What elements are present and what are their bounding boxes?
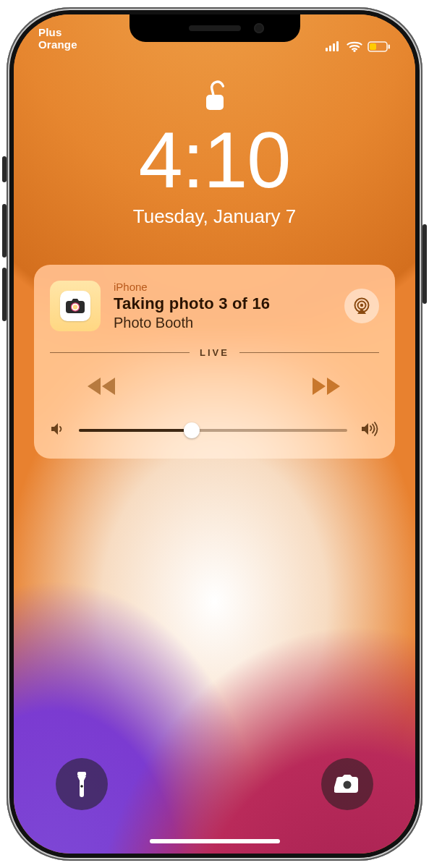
volume-row xyxy=(50,421,379,440)
volume-thumb[interactable] xyxy=(184,422,200,438)
quick-actions xyxy=(14,758,415,810)
volume-down-button[interactable] xyxy=(2,268,7,321)
rewind-button[interactable] xyxy=(82,371,124,404)
volume-fill xyxy=(79,429,192,432)
volume-high-icon xyxy=(360,421,379,440)
stop-button[interactable] xyxy=(211,383,219,392)
now-playing-device: iPhone xyxy=(114,281,331,293)
scrubber-live: LIVE xyxy=(50,347,379,358)
carrier-line-1: Plus xyxy=(38,26,77,38)
live-label: LIVE xyxy=(200,347,229,358)
svg-rect-7 xyxy=(370,43,376,50)
lock-screen-header: 4:10 Tuesday, January 7 xyxy=(14,80,415,228)
forward-button[interactable] xyxy=(305,371,347,404)
home-indicator[interactable] xyxy=(150,839,280,843)
camera-app-icon xyxy=(60,291,90,321)
svg-rect-1 xyxy=(329,46,331,51)
svg-rect-2 xyxy=(333,43,335,51)
mute-switch[interactable] xyxy=(2,156,7,182)
svg-rect-8 xyxy=(206,95,224,110)
phone-frame: Plus Orange xyxy=(7,7,422,861)
forward-icon xyxy=(343,375,344,376)
svg-point-4 xyxy=(353,50,355,52)
volume-slider[interactable] xyxy=(79,429,347,432)
svg-rect-3 xyxy=(336,41,339,51)
volume-up-button[interactable] xyxy=(2,204,7,258)
flashlight-icon xyxy=(72,770,92,798)
now-playing-title: Taking photo 3 of 16 xyxy=(114,294,331,313)
screen: Plus Orange xyxy=(14,14,415,854)
airplay-button[interactable] xyxy=(344,289,379,323)
carrier-label: Plus Orange xyxy=(38,26,77,62)
unlock-icon xyxy=(203,80,227,116)
carrier-line-2: Orange xyxy=(38,38,77,51)
svg-point-17 xyxy=(80,785,83,788)
camera-icon xyxy=(334,774,360,794)
clock-date: Tuesday, January 7 xyxy=(14,205,415,228)
now-playing-card[interactable]: iPhone Taking photo 3 of 16 Photo Booth … xyxy=(34,265,395,459)
now-playing-app: Photo Booth xyxy=(114,315,331,331)
svg-rect-16 xyxy=(77,772,86,776)
flashlight-button[interactable] xyxy=(56,758,108,810)
side-button[interactable] xyxy=(422,224,427,304)
svg-point-15 xyxy=(360,304,363,307)
rewind-icon xyxy=(119,375,120,376)
transport-controls xyxy=(50,371,379,404)
camera-button[interactable] xyxy=(321,758,373,810)
svg-point-12 xyxy=(73,305,77,309)
volume-low-icon xyxy=(50,422,66,439)
front-camera xyxy=(254,23,264,33)
clock-time: 4:10 xyxy=(14,120,415,200)
now-playing-artwork xyxy=(50,281,101,331)
cellular-icon xyxy=(326,41,341,51)
notch xyxy=(129,14,300,42)
svg-rect-0 xyxy=(326,48,328,51)
battery-icon xyxy=(368,41,391,52)
svg-rect-6 xyxy=(388,44,391,48)
speaker-grille xyxy=(189,25,241,31)
wifi-icon xyxy=(347,41,362,52)
